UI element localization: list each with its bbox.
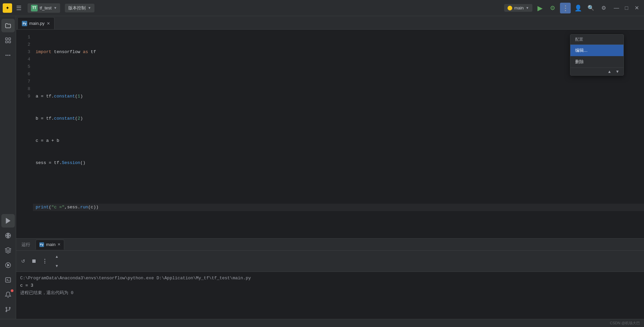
line-num-2: 2	[16, 41, 30, 48]
svg-point-12	[6, 307, 7, 308]
run-config-chevron-icon: ▼	[526, 6, 529, 10]
sidebar-item-terminal[interactable]	[1, 273, 15, 287]
main-layout: ···	[0, 16, 644, 319]
run-area: main ▼ ▶ ⚙ ⋮ 👤 🔍 ⚙	[504, 3, 609, 13]
line-num-6: 6	[16, 71, 30, 78]
code-line-4: b = tf.constant(2)	[33, 115, 644, 122]
search-icon[interactable]: 🔍	[586, 3, 596, 13]
terminal-pane: 运行 Py main ✕ ↺ ⋮ ▲ ▼	[16, 238, 644, 319]
scroll-down-arrow[interactable]: ▼	[614, 69, 621, 75]
maximize-button[interactable]: □	[622, 3, 631, 13]
terminal-exit-line: 进程已结束，退出代码为 0	[20, 289, 640, 297]
minimize-button[interactable]: —	[612, 3, 621, 13]
line-num-5: 5	[16, 63, 30, 71]
terminal-run-label[interactable]: 运行	[19, 240, 33, 249]
code-line-8: print("c =",sess.run(c))	[33, 204, 644, 211]
debug-button[interactable]: ⚙	[547, 3, 558, 13]
terminal-content[interactable]: C:\ProgramData\Anaconda3\envs\tensorflow…	[16, 272, 644, 319]
code-line-6: sess = tf.Session()	[33, 159, 644, 167]
vcs-button[interactable]: 版本控制 ▼	[65, 4, 94, 12]
sidebar-item-run2[interactable]	[1, 258, 15, 272]
sidebar-item-layers[interactable]	[1, 244, 15, 257]
svg-rect-0	[5, 38, 7, 40]
svg-rect-2	[5, 41, 7, 43]
run-config-name: main	[514, 5, 524, 10]
chevron-down-icon: ▼	[53, 6, 57, 10]
line-num-7: 7	[16, 78, 30, 85]
dropdown-overlay: 配置 编辑... 删除 ▲ ▼ ⋮ 🔔	[570, 34, 624, 76]
editor-area: 1 2 3 4 5 6 7 8 9 import tensorflow as t…	[16, 30, 644, 238]
run-config-dot	[508, 6, 512, 10]
status-text: CSDN @机场大巴	[610, 321, 640, 326]
sidebar-item-more[interactable]: ···	[1, 48, 15, 62]
dropdown-menu: 配置 编辑... 删除 ▲ ▼	[570, 34, 624, 76]
sidebar-item-run[interactable]	[1, 214, 15, 228]
terminal-tab-close[interactable]: ✕	[57, 242, 61, 247]
sidebar-item-git[interactable]	[1, 303, 15, 316]
sidebar-item-folder[interactable]	[1, 19, 15, 32]
sidebar-item-notifications[interactable]	[1, 288, 15, 301]
terminal-resize-handle: ▲ ▼	[52, 252, 61, 270]
more-options-button[interactable]: ⋮	[560, 3, 571, 13]
run-button[interactable]: ▶	[534, 3, 545, 13]
run-config-selector[interactable]: main ▼	[504, 4, 532, 12]
terminal-tabbar: 运行 Py main ✕	[16, 239, 644, 251]
code-line-7	[33, 181, 644, 189]
code-line-5: c = a + b	[33, 137, 644, 145]
vcs-chevron-icon: ▼	[88, 6, 91, 10]
tab-filename: main.py	[29, 21, 45, 26]
terminal-output-line: c = 3	[20, 282, 640, 289]
svg-point-13	[9, 307, 10, 308]
notification-badge	[11, 289, 13, 292]
app-logo: ✦	[3, 3, 12, 13]
sidebar-item-extensions[interactable]	[1, 34, 15, 47]
dropdown-scroll-arrows: ▲ ▼	[570, 68, 623, 75]
terminal-tab-main[interactable]: Py main ✕	[36, 240, 64, 250]
user-icon[interactable]: 👤	[573, 3, 583, 13]
vcs-label: 版本控制	[68, 5, 86, 11]
menu-icon[interactable]: ☰	[13, 3, 24, 13]
terminal-py-icon: Py	[39, 242, 44, 247]
dropdown-edit-item[interactable]: 编辑...	[570, 45, 623, 56]
content-area: Py main.py ✕ 1 2 3 4 5 6 7 8 9 import te…	[16, 16, 644, 319]
code-line-3: a = tf.constant(1)	[33, 93, 644, 100]
line-num-1: 1	[16, 34, 30, 41]
titlebar: ✦ ☰ TT tf_test ▼ 版本控制 ▼ main ▼ ▶ ⚙ ⋮ 👤 🔍…	[0, 0, 644, 16]
line-numbers: 1 2 3 4 5 6 7 8 9	[16, 30, 33, 238]
scroll-up-arrow[interactable]: ▲	[606, 69, 613, 75]
line-num-3: 3	[16, 48, 30, 56]
close-button[interactable]: ✕	[632, 3, 641, 13]
terminal-toolbar: ↺ ⋮ ▲ ▼	[16, 251, 644, 272]
svg-marker-9	[7, 264, 9, 267]
svg-marker-4	[6, 218, 10, 223]
sidebar-item-packages[interactable]	[1, 229, 15, 242]
svg-point-14	[6, 311, 7, 312]
terminal-cmd-line: C:\ProgramData\Anaconda3\envs\tensorflow…	[20, 275, 640, 282]
settings-icon[interactable]: ⚙	[598, 3, 609, 13]
tab-main-py[interactable]: Py main.py ✕	[17, 17, 54, 29]
tabbar: Py main.py ✕	[16, 16, 644, 30]
code-line-1: import tensorflow as tf	[33, 48, 644, 56]
tab-py-icon: Py	[22, 21, 27, 26]
terminal-scroll-up[interactable]: ▲	[52, 252, 61, 261]
svg-rect-16	[32, 259, 36, 263]
tab-close-button[interactable]: ✕	[47, 21, 50, 26]
code-line-9	[33, 226, 644, 233]
line-num-8: 8	[16, 85, 30, 93]
terminal-more-btn[interactable]: ⋮	[40, 257, 49, 265]
terminal-stop-btn[interactable]	[30, 257, 38, 265]
terminal-restart-btn[interactable]: ↺	[19, 257, 28, 265]
window-controls: — □ ✕	[612, 3, 641, 13]
line-num-4: 4	[16, 56, 30, 63]
svg-rect-3	[8, 41, 10, 43]
terminal-scroll-down[interactable]: ▼	[52, 261, 61, 270]
code-line-2	[33, 71, 644, 78]
dropdown-header: 配置	[570, 35, 623, 45]
statusbar: CSDN @机场大巴	[0, 319, 644, 327]
project-selector[interactable]: TT tf_test ▼	[28, 3, 60, 13]
dropdown-delete-item[interactable]: 删除	[570, 56, 623, 68]
code-editor[interactable]: import tensorflow as tf a = tf.constant(…	[33, 30, 644, 238]
line-num-9: 9	[16, 93, 30, 100]
terminal-tab-name: main	[46, 242, 55, 247]
sidebar: ···	[0, 16, 16, 319]
